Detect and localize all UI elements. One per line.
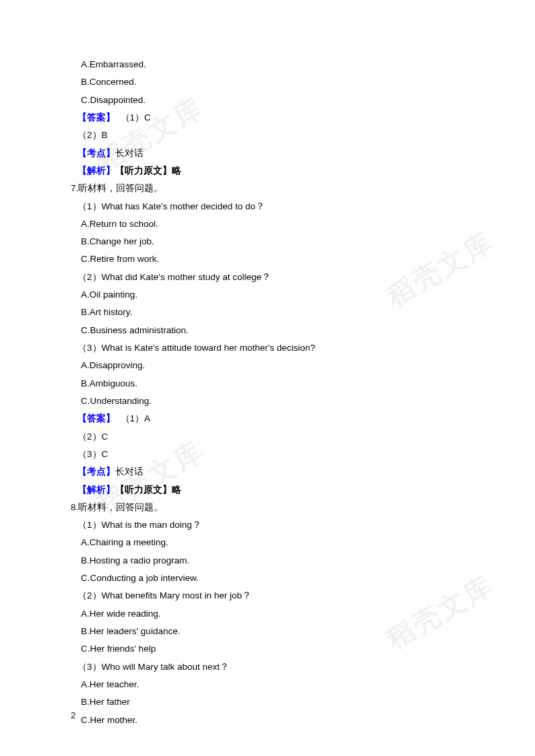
q7-sub2-a: A.Oil painting. <box>71 286 464 304</box>
q6-option-a: A.Embarrassed. <box>71 56 464 73</box>
q6-analysis-content: 【听力原文】略 <box>115 166 181 176</box>
q7-sub1-c: C.Retire from work. <box>71 250 464 268</box>
q6-topic-row: 【考点】长对话 <box>71 145 464 162</box>
analysis-label: 【解析】 <box>77 485 115 495</box>
q7-answer-3: （3）C <box>71 446 464 463</box>
q8-sub3-q: （3）Who will Mary talk about next？ <box>71 658 464 676</box>
q7-analysis-row: 【解析】【听力原文】略 <box>71 481 464 499</box>
q7-sub1-a: A.Return to school. <box>71 215 464 233</box>
q8-sub2-a: A.Her wide reading. <box>71 605 464 623</box>
q7-sub3-b: B.Ambiguous. <box>71 375 464 392</box>
q7-topic: 长对话 <box>115 467 144 477</box>
q8-sub3-c: C.Her mother. <box>71 712 464 729</box>
q7-answer-2: （2）C <box>71 428 464 446</box>
q8-sub3-a: A.Her teacher. <box>71 676 464 693</box>
q8-sub2-c: C.Her friends' help <box>71 640 464 658</box>
q7-topic-row: 【考点】长对话 <box>71 463 464 481</box>
q7-sub2-b: B.Art history. <box>71 304 464 321</box>
q6-option-b: B.Concerned. <box>71 73 464 91</box>
analysis-label: 【解析】 <box>77 166 115 176</box>
document-content: A.Embarrassed. B.Concerned. C.Disappoint… <box>71 56 464 729</box>
q6-analysis-row: 【解析】【听力原文】略 <box>71 162 464 180</box>
q7-answer-row-1: 【答案】 （1）A <box>71 410 464 427</box>
q7-sub3-q: （3）What is Kate's attitude toward her mo… <box>71 339 464 357</box>
q8-sub1-b: B.Hosting a radio program. <box>71 552 464 570</box>
q7-sub2-c: C.Business administration. <box>71 322 464 339</box>
answer-label: 【答案】 <box>77 112 115 123</box>
q8-sub2-b: B.Her leaders' guidance. <box>71 623 464 640</box>
q7-sub1-b: B.Change her job. <box>71 233 464 250</box>
q6-answer-1: （1）C <box>121 112 151 123</box>
q7-answer-1: （1）A <box>121 413 151 423</box>
topic-label: 【考点】 <box>77 467 115 477</box>
q8-sub3-b: B.Her father <box>71 693 464 711</box>
topic-label: 【考点】 <box>77 148 115 158</box>
q7-prompt: 7.听材料，回答问题。 <box>71 180 464 197</box>
q7-sub2-q: （2）What did Kate's mother study at colle… <box>71 269 464 286</box>
q7-sub3-a: A.Disapproving. <box>71 357 464 374</box>
q6-answer-row-1: 【答案】 （1）C <box>71 109 464 127</box>
q7-sub3-c: C.Understanding. <box>71 392 464 410</box>
answer-label: 【答案】 <box>77 413 115 423</box>
q6-answer-2: （2）B <box>71 127 464 144</box>
q8-prompt: 8.听材料，回答问题。 <box>71 499 464 516</box>
q8-sub1-q: （1）What is the man doing？ <box>71 516 464 534</box>
q8-sub2-q: （2）What benefits Mary most in her job？ <box>71 587 464 605</box>
q8-sub1-a: A.Chairing a meeting. <box>71 534 464 551</box>
q7-sub1-q: （1）What has Kate's mother decided to do？ <box>71 198 464 215</box>
q6-topic: 长对话 <box>115 148 144 158</box>
q8-sub1-c: C.Conducting a job interview. <box>71 570 464 587</box>
q7-analysis-content: 【听力原文】略 <box>115 485 181 495</box>
q6-option-c: C.Disappointed. <box>71 92 464 109</box>
